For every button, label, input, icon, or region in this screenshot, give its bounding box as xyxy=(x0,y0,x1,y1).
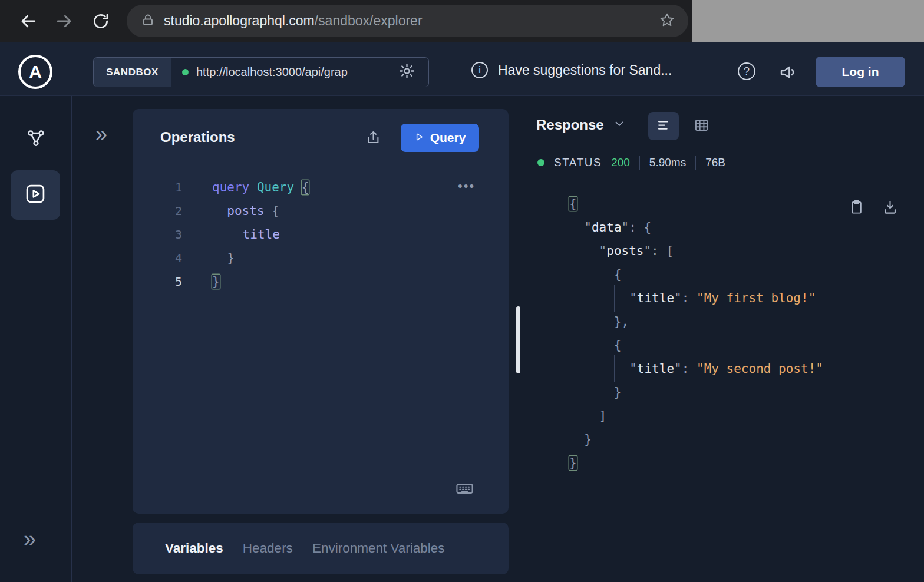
back-icon[interactable] xyxy=(15,8,42,35)
help-button[interactable]: ? xyxy=(738,62,755,80)
table-grid-icon xyxy=(694,117,710,135)
status-code: 200 xyxy=(611,156,630,169)
info-icon: i xyxy=(471,62,488,78)
response-json-viewer: { "data": { "posts": [ { "title": "My fi… xyxy=(569,192,823,475)
connection-status-dot xyxy=(182,69,189,75)
endpoint-settings-gear-icon[interactable] xyxy=(398,62,415,82)
endpoint-control: SANDBOX http://localhost:3000/api/grap xyxy=(93,57,429,87)
operation-overflow-menu-icon[interactable]: ••• xyxy=(458,178,475,194)
divider xyxy=(639,156,640,170)
endpoint-input[interactable]: http://localhost:3000/api/grap xyxy=(171,58,428,87)
response-header[interactable]: Response xyxy=(536,117,625,133)
chevron-down-icon xyxy=(613,118,625,132)
response-view-toggle xyxy=(648,112,717,140)
documentation-collapse-chevrons-icon[interactable]: » xyxy=(95,124,107,145)
response-status-row: STATUS 200 5.90ms 76B xyxy=(537,155,725,170)
app-window: studio.apollographql.com/sandbox/explore… xyxy=(0,0,924,582)
response-panel-title: Response xyxy=(536,117,604,133)
suggestion-text: Have suggestions for Sand... xyxy=(498,62,672,78)
operations-panel: Operations Query 1query Query {2 posts {… xyxy=(133,109,509,514)
tab-headers[interactable]: Headers xyxy=(243,541,293,556)
sidebar-item-explorer[interactable] xyxy=(11,170,60,220)
reload-icon[interactable] xyxy=(87,8,114,35)
status-dot xyxy=(537,159,544,166)
response-duration: 5.90ms xyxy=(649,156,686,169)
bookmark-star-icon[interactable] xyxy=(659,12,675,31)
divider xyxy=(695,156,696,170)
suggestion-banner[interactable]: i Have suggestions for Sand... xyxy=(471,62,672,78)
question-mark-icon: ? xyxy=(738,62,755,80)
tab-variables[interactable]: Variables xyxy=(165,541,223,556)
editor-bottom-panel: Variables Headers Environment Variables xyxy=(133,523,509,574)
tab-environment-variables[interactable]: Environment Variables xyxy=(312,541,445,556)
apollo-logo[interactable]: A xyxy=(18,55,52,89)
schema-graph-icon[interactable] xyxy=(25,128,47,151)
lock-icon xyxy=(141,13,155,29)
run-query-button[interactable]: Query xyxy=(401,124,479,152)
sandbox-badge: SANDBOX xyxy=(94,58,171,87)
announcements-megaphone-icon[interactable] xyxy=(779,62,798,84)
studio-header: A SANDBOX http://localhost:3000/api/grap… xyxy=(0,42,924,96)
response-actions xyxy=(849,199,898,217)
response-divider xyxy=(535,183,924,183)
login-button[interactable]: Log in xyxy=(816,57,905,87)
raw-view-button[interactable] xyxy=(648,112,679,140)
copy-clipboard-icon[interactable] xyxy=(849,199,864,217)
response-size: 76B xyxy=(705,156,725,169)
left-sidebar: » xyxy=(0,96,72,582)
status-label: STATUS xyxy=(554,156,602,169)
window-edge xyxy=(692,0,924,42)
query-editor[interactable]: 1query Query {2 posts {3 title4 }5} xyxy=(133,176,509,293)
share-operation-icon[interactable] xyxy=(362,127,384,148)
endpoint-url: http://localhost:3000/api/grap xyxy=(196,65,391,79)
table-view-button[interactable] xyxy=(686,112,717,140)
url-bar[interactable]: studio.apollographql.com/sandbox/explore… xyxy=(127,5,688,37)
download-icon[interactable] xyxy=(882,199,898,217)
run-operations-icon xyxy=(24,183,47,207)
browser-chrome: studio.apollographql.com/sandbox/explore… xyxy=(0,0,924,42)
sidebar-expand-chevrons-icon[interactable]: » xyxy=(24,528,36,550)
keyboard-shortcuts-icon[interactable] xyxy=(455,479,474,501)
panel-divider xyxy=(133,164,509,164)
panel-resize-handle[interactable] xyxy=(516,306,520,373)
url-text: studio.apollographql.com/sandbox/explore… xyxy=(164,13,650,29)
forward-icon[interactable] xyxy=(51,8,78,35)
align-left-lines-icon xyxy=(656,117,672,135)
play-triangle-icon xyxy=(414,131,424,145)
operations-panel-title: Operations xyxy=(160,129,235,146)
